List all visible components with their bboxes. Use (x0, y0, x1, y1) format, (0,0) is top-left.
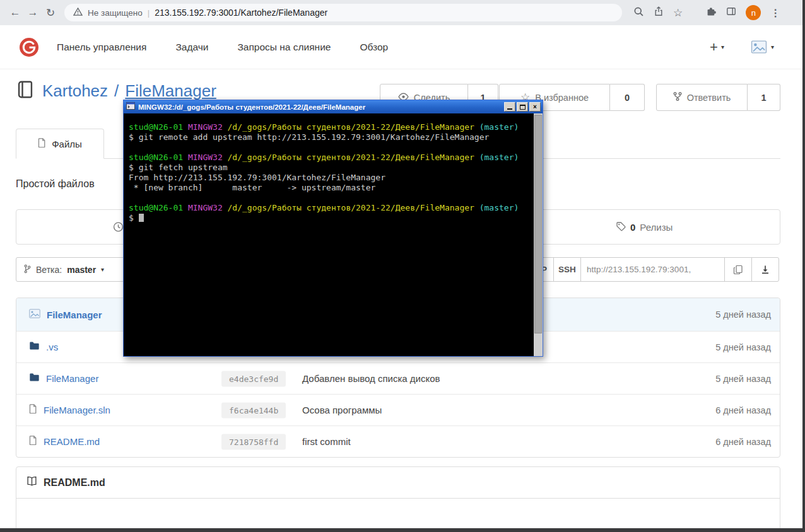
navbar-item-explore[interactable]: Обзор (360, 42, 388, 53)
branch-label: Ветка: (36, 265, 62, 275)
not-secure-icon (73, 7, 83, 18)
branch-selector[interactable]: Ветка: master ▾ (16, 257, 134, 282)
prompt-system: MINGW32 (188, 203, 223, 212)
committer-avatar-placeholder-icon (29, 309, 40, 321)
fork-count[interactable]: 1 (748, 84, 780, 111)
file-name-link[interactable]: FileManager.sln (44, 405, 110, 415)
file-name-link[interactable]: FileManager (46, 373, 98, 384)
readme-section: README.md (16, 466, 780, 528)
history-icon (113, 222, 124, 233)
security-label: Не защищено (88, 8, 143, 18)
prompt-path: /d/_gogs/Работы студентов/2021-22/Деев/F… (228, 122, 474, 132)
commit-hash-link[interactable]: f6ca4e144b (221, 402, 286, 418)
toolbar-icons: ☆ n ⋮ (633, 5, 780, 20)
close-button[interactable]: × (529, 102, 541, 112)
chevron-down-icon: ▾ (771, 43, 774, 50)
window-controls: × (504, 102, 541, 112)
terminal-output[interactable]: stud@N26-01 MINGW32 /d/_gogs/Работы студ… (124, 113, 534, 356)
navbar-item-issues[interactable]: Задачи (175, 42, 208, 53)
tab-files-label: Файлы (52, 139, 82, 149)
star-count[interactable]: 0 (610, 84, 645, 111)
file-name-link[interactable]: README.md (44, 436, 100, 447)
terminal-scrollbar[interactable] (534, 113, 543, 356)
prompt-user: stud@N26-01 (129, 153, 183, 162)
releases-count: 0 (630, 222, 635, 233)
commit-message-link[interactable]: first commit (302, 436, 351, 447)
ssh-protocol-button[interactable]: SSH (553, 257, 581, 282)
download-archive-button[interactable] (751, 257, 779, 282)
gogs-logo-icon[interactable] (19, 37, 39, 57)
commit-hash-link[interactable]: e4de3cfe9d (221, 371, 286, 386)
minimize-button[interactable] (504, 102, 515, 112)
folder-icon (29, 341, 40, 353)
navbar-item-dashboard[interactable]: Панель управления (57, 42, 146, 53)
terminal-line: stud@N26-01 MINGW32 /d/_gogs/Работы студ… (129, 122, 534, 132)
new-repo-button[interactable]: +▾ (710, 39, 724, 55)
maximize-button[interactable] (517, 102, 528, 112)
latest-commit-author-link[interactable]: FileManager (47, 309, 102, 320)
prompt-path: /d/_gogs/Работы студентов/2021-22/Деев/F… (228, 203, 474, 212)
branch-name: master (67, 265, 96, 275)
releases-label: Релизы (640, 222, 673, 233)
chevron-down-icon: ▾ (101, 266, 104, 273)
prompt-branch: (master) (479, 203, 519, 212)
tab-files[interactable]: Файлы (16, 129, 104, 159)
branch-icon (24, 264, 31, 275)
prompt-char: $ (129, 213, 134, 223)
terminal-app-icon (126, 101, 135, 113)
repo-name-link[interactable]: FileManager (125, 81, 216, 101)
bookmark-star-icon[interactable]: ☆ (673, 8, 683, 18)
terminal-line (129, 193, 534, 203)
book-icon (26, 476, 37, 489)
prompt-branch: (master) (479, 153, 519, 162)
gogs-navbar: Панель управления Задачи Запросы на слия… (0, 25, 802, 69)
extensions-puzzle-icon[interactable] (706, 6, 717, 19)
back-button[interactable]: ← (6, 4, 24, 21)
commit-message-link[interactable]: Осова программы (302, 405, 382, 415)
plus-icon: + (710, 39, 718, 55)
clone-url-input[interactable] (580, 257, 725, 282)
file-name-link[interactable]: .vs (46, 342, 58, 352)
fork-button[interactable]: Ответвить (656, 84, 748, 111)
navbar-right: +▾ ▾ (710, 39, 774, 55)
prompt-user: stud@N26-01 (129, 122, 183, 132)
file-date: 5 дней назад (715, 342, 771, 352)
zoom-icon[interactable] (633, 6, 644, 20)
address-bar[interactable]: Не защищено | 213.155.192.79:3001/Kartoh… (64, 4, 622, 21)
copy-url-button[interactable] (724, 257, 752, 282)
latest-commit-date: 5 дней назад (715, 309, 771, 320)
commit-hash-link[interactable]: 7218758ffd (221, 434, 286, 449)
fork-icon (673, 91, 682, 103)
terminal-titlebar[interactable]: MINGW32:/d/_gogs/Работы студентов/2021-2… (124, 100, 543, 113)
omnibox-separator: | (148, 8, 150, 18)
commit-message-link[interactable]: Добавлен вывод списка дисков (302, 373, 440, 384)
user-menu-button[interactable]: ▾ (751, 40, 774, 54)
terminal-window[interactable]: MINGW32:/d/_gogs/Работы студентов/2021-2… (123, 100, 543, 357)
repo-title-separator: / (114, 81, 119, 101)
file-date: 6 дней назад (715, 437, 771, 447)
reload-button[interactable]: ↻ (42, 4, 59, 21)
side-panel-icon[interactable] (726, 6, 736, 19)
terminal-line: stud@N26-01 MINGW32 /d/_gogs/Работы студ… (129, 203, 534, 213)
terminal-line: From http://213.155.192.79:3001/Kartohez… (129, 173, 534, 183)
copy-icon (733, 265, 743, 275)
releases-stat[interactable]: 0 Релизы (616, 210, 673, 244)
scrollbar-thumb[interactable] (534, 115, 542, 333)
browser-menu-icon[interactable]: ⋮ (770, 7, 780, 19)
repo-book-icon (16, 80, 35, 101)
file-icon (38, 138, 46, 149)
browser-toolbar: ← → ↻ Не защищено | 213.155.192.79:3001/… (0, 0, 802, 25)
forward-button[interactable]: → (24, 4, 42, 21)
readme-title: README.md (44, 477, 105, 489)
terminal-line: $ git fetch upstream (129, 163, 534, 173)
browser-profile-avatar[interactable]: n (746, 5, 761, 20)
navbar-item-pull-requests[interactable]: Запросы на слияние (237, 42, 331, 53)
fork-button-group: Ответвить 1 (656, 84, 780, 111)
user-avatar-placeholder-icon (751, 40, 767, 54)
commits-stat[interactable] (113, 222, 124, 233)
terminal-line: stud@N26-01 MINGW32 /d/_gogs/Работы студ… (129, 153, 534, 163)
readme-header: README.md (16, 467, 780, 499)
prompt-system: MINGW32 (188, 153, 223, 162)
repo-owner-link[interactable]: Kartohez (42, 81, 108, 101)
share-icon[interactable] (654, 6, 664, 19)
